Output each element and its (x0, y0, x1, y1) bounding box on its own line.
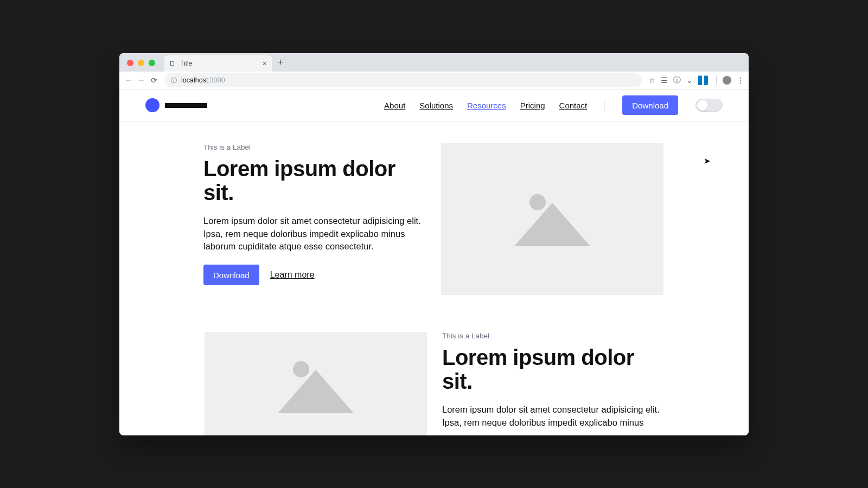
nav-link-resources[interactable]: Resources (467, 101, 506, 110)
logo[interactable] (145, 98, 207, 112)
feature-copy: This is a Label Lorem ipsum dolor sit. L… (442, 332, 665, 435)
feature-label: This is a Label (203, 143, 426, 151)
back-button[interactable]: ← (124, 76, 133, 85)
feature-download-button[interactable]: Download (203, 265, 259, 285)
page-icon: 🗋 (169, 60, 176, 67)
nav-link-solutions[interactable]: Solutions (419, 101, 453, 110)
minimize-window-icon[interactable] (138, 60, 144, 66)
close-tab-icon[interactable]: × (263, 59, 267, 68)
feature-ctas: Download Learn more (203, 265, 426, 285)
address-bar[interactable]: ⓘ localhost:3000 (164, 73, 642, 87)
download-button[interactable]: Download (622, 95, 678, 115)
pocket-icon[interactable]: ⌄ (686, 76, 693, 85)
nav-link-pricing[interactable]: Pricing (520, 101, 545, 110)
trello-icon[interactable]: ▋▋ (698, 76, 710, 85)
toolbar-divider (716, 76, 717, 85)
info-icon[interactable]: ⓘ (673, 75, 681, 85)
tab-title: Title (180, 60, 192, 67)
feature-copy: This is a Label Lorem ipsum dolor sit. L… (203, 143, 426, 295)
site-info-icon[interactable]: ⓘ (171, 76, 177, 85)
forward-button[interactable]: → (137, 76, 146, 85)
toggle-knob (697, 100, 708, 111)
browser-tab[interactable]: 🗋 Title × (164, 55, 272, 72)
close-window-icon[interactable] (127, 60, 133, 66)
content-sections: This is a Label Lorem ipsum dolor sit. L… (203, 121, 665, 435)
new-tab-button[interactable]: + (278, 57, 284, 68)
url-host: localhost (181, 76, 208, 84)
buffer-icon[interactable]: ☰ (661, 76, 668, 85)
star-icon[interactable]: ☆ (648, 76, 655, 85)
browser-window: 🗋 Title × + ← → ⟳ ⓘ localhost:3000 ☆ ☰ ⓘ… (119, 53, 749, 435)
kebab-menu-icon[interactable]: ⋮ (737, 76, 744, 85)
nav-link-about[interactable]: About (384, 101, 405, 110)
url-port: :3000 (208, 76, 225, 84)
feature-block: This is a Label Lorem ipsum dolor sit. L… (203, 143, 665, 295)
feature-image-placeholder (441, 143, 663, 295)
logo-mark-icon (145, 98, 159, 112)
profile-avatar-icon[interactable] (723, 76, 731, 85)
reload-button[interactable]: ⟳ (149, 76, 159, 85)
feature-body: Lorem ipsum dolor sit amet consectetur a… (203, 215, 426, 253)
window-controls[interactable] (127, 60, 155, 66)
toolbar: ← → ⟳ ⓘ localhost:3000 ☆ ☰ ⓘ ⌄ ▋▋ ⋮ (119, 72, 749, 90)
mouse-cursor-icon: ➤ (704, 156, 711, 166)
theme-toggle[interactable] (695, 99, 723, 112)
logo-wordmark (165, 103, 207, 108)
feature-image-placeholder (205, 332, 427, 435)
site-navbar: About Solutions Resources Pricing Contac… (119, 90, 749, 121)
tab-strip: 🗋 Title × + (119, 53, 749, 72)
image-placeholder-icon (514, 192, 590, 246)
feature-label: This is a Label (442, 332, 665, 340)
maximize-window-icon[interactable] (149, 60, 155, 66)
feature-heading: Lorem ipsum dolor sit. (442, 345, 665, 394)
feature-heading: Lorem ipsum dolor sit. (203, 157, 426, 206)
nav-link-contact[interactable]: Contact (559, 101, 588, 110)
nav-divider (604, 100, 605, 111)
toolbar-icons: ☆ ☰ ⓘ ⌄ ▋▋ ⋮ (648, 75, 744, 85)
image-placeholder-icon (278, 359, 354, 413)
feature-block: This is a Label Lorem ipsum dolor sit. L… (203, 332, 665, 435)
feature-learn-more-link[interactable]: Learn more (270, 270, 315, 280)
feature-body: Lorem ipsum dolor sit amet consectetur a… (442, 403, 665, 429)
page-viewport: About Solutions Resources Pricing Contac… (119, 90, 749, 435)
nav-links: About Solutions Resources Pricing Contac… (384, 101, 587, 110)
